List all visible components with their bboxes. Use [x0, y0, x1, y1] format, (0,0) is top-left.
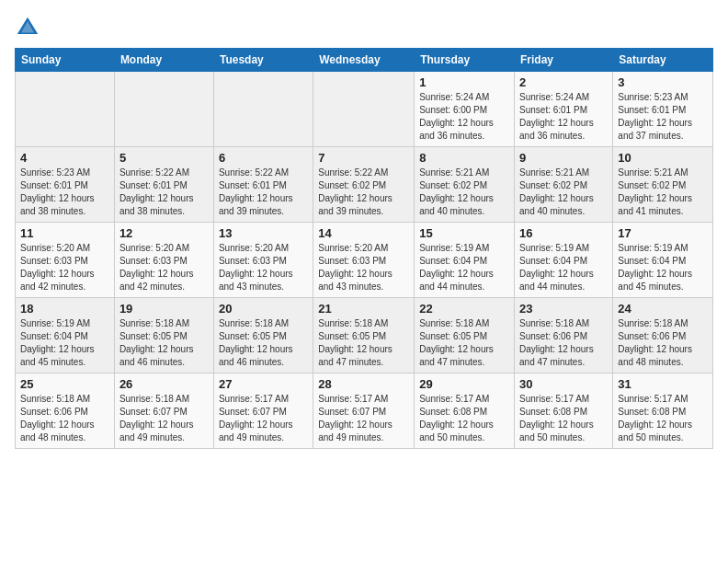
day-number: 15: [419, 226, 509, 240]
calendar-cell: 16Sunrise: 5:19 AMSunset: 6:04 PMDayligh…: [515, 223, 613, 298]
day-info: Sunrise: 5:19 AMSunset: 6:04 PMDaylight:…: [618, 242, 708, 293]
day-info: Sunrise: 5:19 AMSunset: 6:04 PMDaylight:…: [519, 242, 608, 293]
calendar-cell: [114, 72, 213, 147]
day-info: Sunrise: 5:17 AMSunset: 6:07 PMDaylight:…: [318, 393, 409, 444]
calendar-cell: [16, 72, 115, 147]
weekday-header-monday: Monday: [114, 49, 213, 72]
day-info: Sunrise: 5:24 AMSunset: 6:00 PMDaylight:…: [419, 91, 509, 143]
calendar-cell: 30Sunrise: 5:17 AMSunset: 6:08 PMDayligh…: [515, 373, 613, 449]
calendar-table: SundayMondayTuesdayWednesdayThursdayFrid…: [15, 48, 713, 449]
calendar-cell: 11Sunrise: 5:20 AMSunset: 6:03 PMDayligh…: [16, 223, 115, 298]
calendar-cell: 23Sunrise: 5:18 AMSunset: 6:06 PMDayligh…: [515, 298, 613, 373]
day-info: Sunrise: 5:23 AMSunset: 6:01 PMDaylight:…: [618, 91, 708, 143]
day-info: Sunrise: 5:18 AMSunset: 6:07 PMDaylight:…: [119, 393, 209, 444]
calendar-cell: 20Sunrise: 5:18 AMSunset: 6:05 PMDayligh…: [213, 298, 313, 373]
calendar-week-row: 1Sunrise: 5:24 AMSunset: 6:00 PMDaylight…: [16, 72, 713, 147]
logo-icon: [15, 15, 40, 40]
day-number: 1: [419, 75, 509, 89]
day-number: 7: [318, 151, 409, 165]
calendar-week-row: 25Sunrise: 5:18 AMSunset: 6:06 PMDayligh…: [16, 373, 713, 449]
day-info: Sunrise: 5:20 AMSunset: 6:03 PMDaylight:…: [318, 242, 409, 293]
calendar-cell: 19Sunrise: 5:18 AMSunset: 6:05 PMDayligh…: [114, 298, 213, 373]
day-number: 11: [20, 226, 109, 240]
calendar-cell: 8Sunrise: 5:21 AMSunset: 6:02 PMDaylight…: [415, 147, 515, 223]
day-number: 28: [318, 377, 409, 391]
calendar-cell: 15Sunrise: 5:19 AMSunset: 6:04 PMDayligh…: [415, 223, 515, 298]
calendar-week-row: 11Sunrise: 5:20 AMSunset: 6:03 PMDayligh…: [16, 223, 713, 298]
calendar-cell: 12Sunrise: 5:20 AMSunset: 6:03 PMDayligh…: [114, 223, 213, 298]
weekday-header-wednesday: Wednesday: [313, 49, 415, 72]
day-number: 22: [419, 302, 509, 316]
day-info: Sunrise: 5:22 AMSunset: 6:01 PMDaylight:…: [219, 167, 308, 218]
day-number: 24: [618, 302, 708, 316]
day-info: Sunrise: 5:18 AMSunset: 6:06 PMDaylight:…: [20, 393, 109, 444]
day-info: Sunrise: 5:20 AMSunset: 6:03 PMDaylight:…: [20, 242, 109, 293]
calendar-cell: 26Sunrise: 5:18 AMSunset: 6:07 PMDayligh…: [114, 373, 213, 449]
day-number: 2: [519, 75, 608, 89]
calendar-cell: 10Sunrise: 5:21 AMSunset: 6:02 PMDayligh…: [613, 147, 713, 223]
day-info: Sunrise: 5:18 AMSunset: 6:05 PMDaylight:…: [219, 317, 308, 369]
day-number: 31: [618, 377, 708, 391]
day-info: Sunrise: 5:24 AMSunset: 6:01 PMDaylight:…: [519, 91, 608, 143]
calendar-cell: 31Sunrise: 5:17 AMSunset: 6:08 PMDayligh…: [613, 373, 713, 449]
day-number: 26: [119, 377, 209, 391]
day-number: 27: [219, 377, 308, 391]
weekday-header-thursday: Thursday: [415, 49, 515, 72]
page-header: [15, 15, 713, 40]
weekday-header-saturday: Saturday: [613, 49, 713, 72]
day-info: Sunrise: 5:17 AMSunset: 6:08 PMDaylight:…: [618, 393, 708, 444]
day-number: 18: [20, 302, 109, 316]
day-number: 16: [519, 226, 608, 240]
day-number: 9: [519, 151, 608, 165]
day-number: 30: [519, 377, 608, 391]
day-number: 29: [419, 377, 509, 391]
calendar-cell: 4Sunrise: 5:23 AMSunset: 6:01 PMDaylight…: [16, 147, 115, 223]
calendar-cell: 2Sunrise: 5:24 AMSunset: 6:01 PMDaylight…: [515, 72, 613, 147]
calendar-cell: 6Sunrise: 5:22 AMSunset: 6:01 PMDaylight…: [213, 147, 313, 223]
calendar-cell: [213, 72, 313, 147]
day-info: Sunrise: 5:23 AMSunset: 6:01 PMDaylight:…: [20, 167, 109, 218]
calendar-cell: 21Sunrise: 5:18 AMSunset: 6:05 PMDayligh…: [313, 298, 415, 373]
day-number: 5: [119, 151, 209, 165]
day-info: Sunrise: 5:19 AMSunset: 6:04 PMDaylight:…: [20, 317, 109, 369]
day-number: 19: [119, 302, 209, 316]
calendar-cell: 22Sunrise: 5:18 AMSunset: 6:05 PMDayligh…: [415, 298, 515, 373]
weekday-header-tuesday: Tuesday: [213, 49, 313, 72]
calendar-cell: 28Sunrise: 5:17 AMSunset: 6:07 PMDayligh…: [313, 373, 415, 449]
day-info: Sunrise: 5:17 AMSunset: 6:08 PMDaylight:…: [519, 393, 608, 444]
day-info: Sunrise: 5:17 AMSunset: 6:07 PMDaylight:…: [219, 393, 308, 444]
calendar-cell: 17Sunrise: 5:19 AMSunset: 6:04 PMDayligh…: [613, 223, 713, 298]
day-number: 17: [618, 226, 708, 240]
day-info: Sunrise: 5:19 AMSunset: 6:04 PMDaylight:…: [419, 242, 509, 293]
weekday-header-friday: Friday: [515, 49, 613, 72]
day-info: Sunrise: 5:21 AMSunset: 6:02 PMDaylight:…: [519, 167, 608, 218]
day-info: Sunrise: 5:21 AMSunset: 6:02 PMDaylight:…: [618, 167, 708, 218]
logo: [15, 15, 42, 40]
day-info: Sunrise: 5:22 AMSunset: 6:01 PMDaylight:…: [119, 167, 209, 218]
day-info: Sunrise: 5:18 AMSunset: 6:05 PMDaylight:…: [419, 317, 509, 369]
day-info: Sunrise: 5:21 AMSunset: 6:02 PMDaylight:…: [419, 167, 509, 218]
day-number: 8: [419, 151, 509, 165]
calendar-cell: 18Sunrise: 5:19 AMSunset: 6:04 PMDayligh…: [16, 298, 115, 373]
calendar-week-row: 18Sunrise: 5:19 AMSunset: 6:04 PMDayligh…: [16, 298, 713, 373]
calendar-cell: 13Sunrise: 5:20 AMSunset: 6:03 PMDayligh…: [213, 223, 313, 298]
day-number: 12: [119, 226, 209, 240]
calendar-week-row: 4Sunrise: 5:23 AMSunset: 6:01 PMDaylight…: [16, 147, 713, 223]
day-info: Sunrise: 5:18 AMSunset: 6:05 PMDaylight:…: [119, 317, 209, 369]
calendar-header-row: SundayMondayTuesdayWednesdayThursdayFrid…: [16, 49, 713, 72]
calendar-cell: 29Sunrise: 5:17 AMSunset: 6:08 PMDayligh…: [415, 373, 515, 449]
calendar-cell: 1Sunrise: 5:24 AMSunset: 6:00 PMDaylight…: [415, 72, 515, 147]
calendar-cell: 5Sunrise: 5:22 AMSunset: 6:01 PMDaylight…: [114, 147, 213, 223]
calendar-cell: 14Sunrise: 5:20 AMSunset: 6:03 PMDayligh…: [313, 223, 415, 298]
day-info: Sunrise: 5:20 AMSunset: 6:03 PMDaylight:…: [119, 242, 209, 293]
calendar-cell: 25Sunrise: 5:18 AMSunset: 6:06 PMDayligh…: [16, 373, 115, 449]
day-info: Sunrise: 5:18 AMSunset: 6:05 PMDaylight:…: [318, 317, 409, 369]
calendar-cell: 7Sunrise: 5:22 AMSunset: 6:02 PMDaylight…: [313, 147, 415, 223]
day-number: 10: [618, 151, 708, 165]
day-info: Sunrise: 5:17 AMSunset: 6:08 PMDaylight:…: [419, 393, 509, 444]
day-info: Sunrise: 5:22 AMSunset: 6:02 PMDaylight:…: [318, 167, 409, 218]
day-info: Sunrise: 5:18 AMSunset: 6:06 PMDaylight:…: [519, 317, 608, 369]
day-number: 6: [219, 151, 308, 165]
day-number: 4: [20, 151, 109, 165]
day-number: 25: [20, 377, 109, 391]
